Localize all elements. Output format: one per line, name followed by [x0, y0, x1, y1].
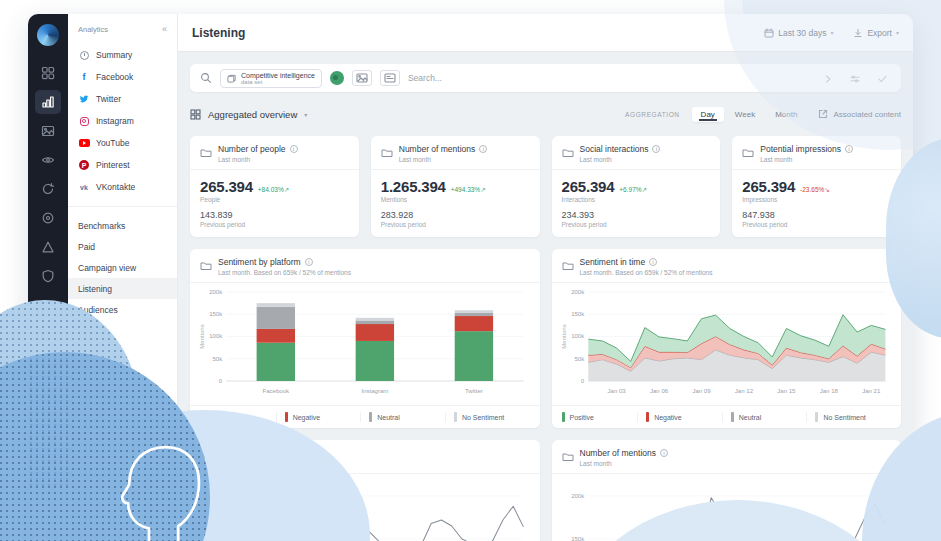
governance-shield-icon[interactable] — [35, 264, 61, 288]
svg-text:Jan 21: Jan 21 — [862, 388, 881, 394]
associated-content-toggle[interactable]: Associated content — [818, 109, 901, 119]
sidebar-item-paid[interactable]: Paid — [68, 236, 177, 257]
sidebar-item-benchmarks[interactable]: Benchmarks — [68, 215, 177, 236]
legend-item-no-sentiment[interactable]: No Sentiment — [806, 412, 891, 422]
info-icon[interactable] — [479, 145, 487, 153]
legend-item-positive[interactable]: Positive — [200, 412, 276, 422]
legend-item-neutral[interactable]: Neutral — [722, 412, 807, 422]
svg-text:Jan 09: Jan 09 — [692, 388, 711, 394]
legend-item-negative[interactable]: Negative — [637, 412, 722, 422]
commerce-cart-icon[interactable] — [35, 380, 61, 404]
sidebar-item-facebook[interactable]: fFacebook — [68, 66, 177, 88]
info-icon[interactable] — [305, 258, 313, 266]
check-icon[interactable] — [878, 69, 887, 87]
info-icon[interactable] — [845, 145, 853, 153]
sidebar-item-label: Audiences — [78, 305, 118, 315]
sidebar-item-audiences[interactable]: Audiences — [68, 299, 177, 320]
legend-marker — [454, 412, 457, 422]
kpi-previous-label: Previous period — [742, 221, 891, 228]
sidebar-item-twitter[interactable]: Twitter — [68, 88, 177, 110]
info-icon[interactable] — [649, 258, 657, 266]
labs-triangle-icon[interactable] — [35, 235, 61, 259]
svg-text:Facebook: Facebook — [263, 388, 291, 394]
dashboard-icon[interactable] — [35, 61, 61, 85]
kpi-previous-value: 283.928 — [381, 210, 530, 220]
legend-item-neutral[interactable]: Neutral — [360, 412, 445, 422]
folder-icon — [562, 257, 574, 275]
calendar-icon — [764, 28, 774, 38]
svg-text:0: 0 — [219, 378, 223, 384]
legend-item-no-sentiment[interactable]: No Sentiment — [445, 412, 530, 422]
sliders-icon[interactable] — [850, 69, 860, 87]
aggregation-option-week[interactable]: Week — [726, 107, 764, 122]
sidebar-item-listening[interactable]: Listening — [68, 278, 177, 299]
sentiment-filter-icon[interactable] — [330, 71, 344, 85]
sidebar-item-label: Campaign view — [78, 263, 136, 273]
page-title: Listening — [192, 26, 245, 40]
chart-title: Sentiment by platform — [218, 257, 301, 267]
content-icon[interactable] — [35, 119, 61, 143]
main-area: Listening Last 30 days ▾ Export ▾ — [178, 14, 913, 541]
info-icon[interactable] — [652, 145, 660, 153]
chart-legend: Positive Negative Neutral No Sentiment — [190, 405, 540, 428]
aggregation-option-month[interactable]: Month — [766, 107, 806, 122]
svg-text:Jan 15: Jan 15 — [777, 388, 796, 394]
svg-text:Jan 06: Jan 06 — [649, 388, 668, 394]
community-eye-icon[interactable] — [35, 148, 61, 172]
app-logo[interactable] — [37, 24, 59, 46]
svg-text:Jan 03: Jan 03 — [607, 388, 626, 394]
query-chip[interactable]: Competitive intelligence data set — [220, 69, 322, 88]
legend-item-positive[interactable]: Positive — [562, 412, 638, 422]
card-filter-button[interactable] — [380, 70, 400, 86]
sidebar-item-summary[interactable]: Summary — [68, 44, 177, 66]
sidebar-item-label: Benchmarks — [78, 221, 125, 231]
trend-arrow-icon: ↗ — [284, 186, 289, 193]
sidebar-divider — [68, 206, 177, 207]
info-icon[interactable] — [290, 145, 298, 153]
kpi-delta: +6.97%↗ — [619, 186, 647, 194]
kpi-subtitle: Last month — [218, 156, 298, 163]
analytics-icon[interactable] — [35, 90, 61, 114]
sidebar-item-pinterest[interactable]: PPinterest — [68, 154, 177, 176]
kpi-value: 265.394 — [562, 178, 615, 195]
awards-trophy-icon[interactable] — [35, 322, 61, 346]
chip-layers-icon — [227, 74, 236, 83]
image-filter-button[interactable] — [352, 70, 372, 86]
card-icon — [384, 73, 396, 83]
search-input[interactable] — [408, 73, 816, 83]
sidebar-item-campaign-view[interactable]: Campaign view — [68, 257, 177, 278]
sidebar-item-vkontakte[interactable]: vkVKontakte — [68, 176, 177, 198]
date-range-label: Last 30 days — [778, 28, 826, 38]
engagement-thumb-icon[interactable] — [35, 351, 61, 375]
kpi-delta: +84.03%↗ — [258, 186, 289, 194]
info-icon[interactable] — [290, 449, 298, 457]
kpi-value: 265.394 — [742, 178, 795, 195]
svg-text:100k: 100k — [571, 334, 585, 340]
export-button[interactable]: Export ▾ — [853, 28, 899, 38]
legend-item-negative[interactable]: Negative — [276, 412, 361, 422]
kpi-unit-label: Mentions — [381, 196, 530, 203]
svg-text:Jan 12: Jan 12 — [734, 388, 753, 394]
sidebar-item-youtube[interactable]: YouTube — [68, 132, 177, 154]
targeting-icon[interactable] — [35, 206, 61, 230]
influencers-megaphone-icon[interactable] — [35, 293, 61, 317]
number-of-people-card: Number of people Last month 200k150k — [190, 440, 540, 541]
date-range-button[interactable]: Last 30 days ▾ — [764, 28, 833, 38]
view-selector[interactable]: Aggregated overview ▾ — [190, 109, 307, 120]
number-of-people-chart: 200k150k — [198, 478, 532, 541]
aggregation-option-day[interactable]: Day — [692, 107, 724, 122]
kpi-subtitle: Last month — [760, 156, 853, 163]
chevron-right-icon[interactable] — [824, 69, 832, 87]
legend-marker — [285, 412, 288, 422]
legend-marker — [369, 412, 372, 422]
sidebar-collapse-icon[interactable]: « — [162, 24, 167, 34]
info-icon[interactable] — [660, 449, 668, 457]
sidebar-item-instagram[interactable]: Instagram — [68, 110, 177, 132]
automation-refresh-icon[interactable] — [35, 177, 61, 201]
chip-title: Competitive intelligence — [241, 72, 315, 79]
kpi-value: 1.265.394 — [381, 178, 446, 195]
trend-arrow-icon: ↘ — [824, 186, 829, 193]
trend-arrow-icon: ↗ — [642, 186, 647, 193]
download-icon — [853, 28, 863, 38]
aggregation-segmented-control: Day Week Month — [692, 107, 807, 122]
